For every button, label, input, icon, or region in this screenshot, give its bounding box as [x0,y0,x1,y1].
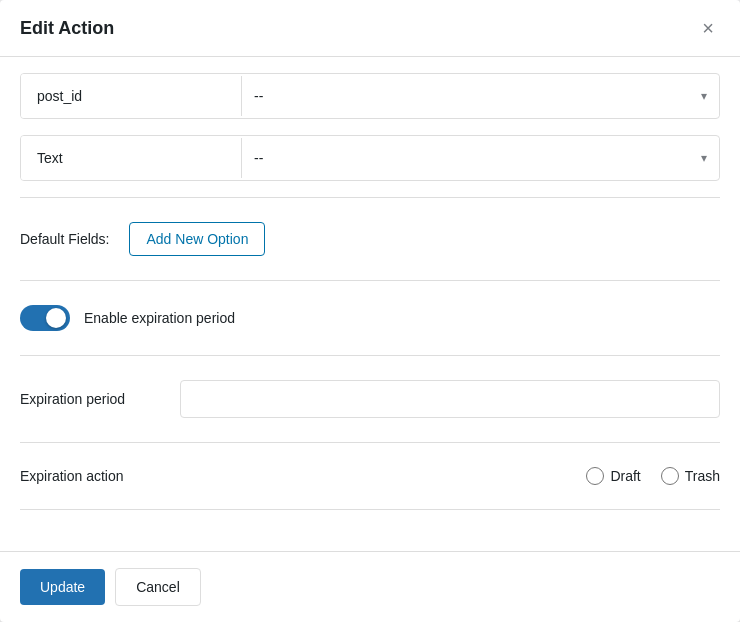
enable-expiration-row: Enable expiration period [20,289,720,347]
post-id-select[interactable]: -- [242,76,719,116]
modal-title: Edit Action [20,18,114,39]
expiration-period-input[interactable] [180,380,720,418]
expiration-period-row: Expiration period [20,364,720,434]
post-id-select-wrapper: -- ▾ [241,76,719,116]
trash-label: Trash [685,468,720,484]
add-new-option-button[interactable]: Add New Option [129,222,265,256]
expiration-toggle[interactable] [20,305,70,331]
divider-3 [20,355,720,356]
post-id-field-row: post_id -- ▾ [20,73,720,119]
text-select[interactable]: -- [242,138,719,178]
expiration-action-label: Expiration action [20,468,160,484]
default-fields-row: Default Fields: Add New Option [20,206,720,272]
expiration-action-options: Draft Trash [586,467,720,485]
draft-label: Draft [610,468,640,484]
divider-5 [20,509,720,510]
expiration-period-label: Expiration period [20,391,160,407]
divider-4 [20,442,720,443]
text-label: Text [21,136,241,180]
draft-radio-input[interactable] [586,467,604,485]
divider-1 [20,197,720,198]
update-button[interactable]: Update [20,569,105,605]
divider-2 [20,280,720,281]
edit-action-modal: Edit Action × post_id -- ▾ Text -- ▾ [0,0,740,622]
modal-body: post_id -- ▾ Text -- ▾ Default Fields: A… [0,57,740,551]
text-field-row: Text -- ▾ [20,135,720,181]
modal-footer: Update Cancel [0,551,740,622]
close-button[interactable]: × [696,16,720,40]
default-fields-label: Default Fields: [20,231,109,247]
post-id-label: post_id [21,74,241,118]
cancel-button[interactable]: Cancel [115,568,201,606]
trash-radio-input[interactable] [661,467,679,485]
modal-header: Edit Action × [0,0,740,57]
draft-radio-option[interactable]: Draft [586,467,640,485]
trash-radio-option[interactable]: Trash [661,467,720,485]
text-select-wrapper: -- ▾ [241,138,719,178]
expiration-action-row: Expiration action Draft Trash [20,451,720,501]
expiration-toggle-label: Enable expiration period [84,310,235,326]
toggle-slider [20,305,70,331]
